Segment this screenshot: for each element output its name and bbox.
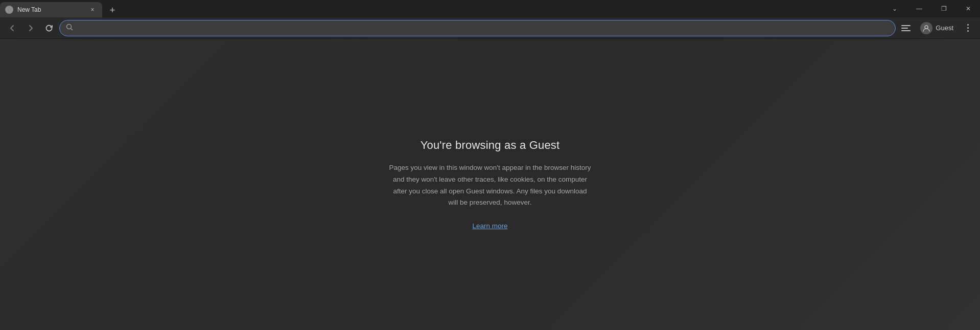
tab-favicon (5, 6, 13, 14)
restore-icon: ❐ (941, 5, 947, 12)
minimize-icon: — (916, 5, 922, 12)
search-icon (66, 24, 73, 32)
svg-point-1 (67, 25, 72, 29)
title-bar: New Tab × + ⌄ — ❐ ✕ (0, 0, 980, 17)
toolbar-right: Guest (898, 20, 976, 36)
tab-close-button[interactable]: × (88, 5, 97, 14)
guest-label: Guest (936, 24, 953, 32)
restore-button[interactable]: ❐ (932, 0, 955, 17)
menu-button[interactable] (960, 20, 976, 36)
title-bar-controls: ⌄ — ❐ ✕ (883, 0, 980, 17)
close-icon: ✕ (966, 5, 971, 12)
learn-more-link[interactable]: Learn more (472, 222, 507, 230)
toolbar: Guest (0, 17, 980, 39)
dots-icon (967, 24, 969, 32)
tab-title: New Tab (17, 6, 84, 13)
sidebar-icon (901, 25, 911, 31)
forward-icon (27, 24, 35, 32)
active-tab[interactable]: New Tab × (0, 2, 102, 17)
reload-button[interactable] (41, 20, 57, 36)
back-button[interactable] (4, 20, 20, 36)
svg-point-2 (925, 26, 928, 29)
new-tab-button[interactable]: + (104, 3, 121, 17)
close-button[interactable]: ✕ (956, 0, 980, 17)
reload-icon (45, 24, 53, 32)
guest-body-text: Pages you view in this window won't appe… (388, 162, 592, 209)
minimize-button[interactable]: — (907, 0, 931, 17)
address-input[interactable] (76, 24, 889, 32)
guest-profile-button[interactable]: Guest (915, 20, 959, 36)
dropdown-button[interactable]: ⌄ (883, 0, 906, 17)
back-icon (8, 24, 16, 32)
forward-button[interactable] (22, 20, 39, 36)
guest-message-container: You're browsing as a Guest Pages you vie… (388, 139, 592, 231)
address-bar[interactable] (59, 20, 896, 36)
guest-heading: You're browsing as a Guest (388, 139, 592, 152)
chevron-down-icon: ⌄ (892, 5, 897, 12)
tab-strip: New Tab × + (0, 0, 883, 17)
content-area: You're browsing as a Guest Pages you vie… (0, 39, 980, 330)
sidebar-toggle-button[interactable] (898, 20, 914, 36)
guest-avatar (920, 22, 932, 34)
